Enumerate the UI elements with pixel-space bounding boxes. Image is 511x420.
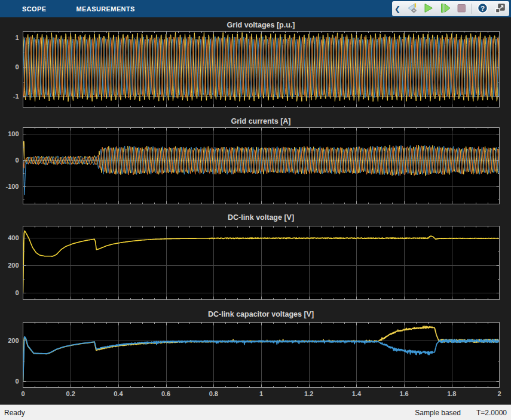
help-icon: ? xyxy=(476,2,489,16)
svg-text:-1: -1 xyxy=(13,93,19,100)
y-axis-labels: 2000 xyxy=(8,337,19,384)
svg-text:0.2: 0.2 xyxy=(66,390,75,397)
svg-text:200: 200 xyxy=(8,337,19,344)
svg-text:0: 0 xyxy=(15,63,19,70)
step-forward-icon xyxy=(439,2,451,16)
svg-text:0: 0 xyxy=(15,157,19,164)
plot-grid-currents[interactable]: 1000-100 xyxy=(0,114,511,210)
svg-text:0.4: 0.4 xyxy=(114,390,123,397)
run-icon xyxy=(422,2,434,16)
plot-dclink-voltage[interactable]: 4002000 xyxy=(0,210,511,306)
svg-text:1: 1 xyxy=(259,390,263,397)
help-button[interactable]: ? xyxy=(476,2,489,16)
svg-text:1.6: 1.6 xyxy=(399,390,408,397)
tab-scope[interactable]: SCOPE xyxy=(22,0,47,17)
svg-text:0: 0 xyxy=(21,390,25,397)
svg-text:0.8: 0.8 xyxy=(209,390,218,397)
step-forward-button[interactable] xyxy=(438,2,451,16)
toolbar: SCOPE MEASUREMENTS ❮ xyxy=(0,0,511,17)
svg-text:100: 100 xyxy=(8,130,19,137)
y-axis-labels: 10-1 xyxy=(13,34,19,100)
svg-text:1: 1 xyxy=(15,34,19,41)
tab-measurements[interactable]: MEASUREMENTS xyxy=(77,0,135,17)
svg-text:0: 0 xyxy=(15,289,19,296)
svg-text:0: 0 xyxy=(15,378,19,385)
x-axis-labels: 00.20.40.60.811.21.41.61.82 xyxy=(21,390,501,397)
stop-icon xyxy=(455,2,468,16)
svg-text:-100: -100 xyxy=(5,183,19,190)
dock-button[interactable] xyxy=(492,2,506,16)
panel-dclink-capacitor-voltages: DC-link capacitor voltages [V] 200000.20… xyxy=(0,306,511,404)
panel-grid-currents: Grid currents [A] 1000-100 xyxy=(0,114,511,210)
plot-grid-voltages[interactable]: 10-1 xyxy=(0,17,511,114)
stop-button[interactable] xyxy=(455,2,468,16)
scope-window: SCOPE MEASUREMENTS ❮ xyxy=(0,0,511,420)
status-bar: Ready Sample based T=2.0000 xyxy=(0,404,511,420)
svg-text:200: 200 xyxy=(8,262,19,269)
svg-text:2: 2 xyxy=(497,390,501,397)
dock-icon xyxy=(493,2,506,16)
panel-dclink-voltage: DC-link voltage [V] 4002000 xyxy=(0,210,511,307)
plot-dclink-capacitor-voltages[interactable]: 200000.20.40.60.811.21.41.61.82 xyxy=(0,306,511,404)
svg-text:1.8: 1.8 xyxy=(447,390,456,397)
svg-text:1.4: 1.4 xyxy=(352,390,362,397)
step-back-icon xyxy=(405,2,418,16)
run-button[interactable] xyxy=(421,2,434,16)
status-sample-mode: Sample based xyxy=(415,409,461,417)
collapse-chevron-icon[interactable]: ❮ xyxy=(394,5,400,13)
y-axis-labels: 1000-100 xyxy=(5,130,19,190)
svg-text:400: 400 xyxy=(8,234,19,241)
y-axis-labels: 4002000 xyxy=(8,234,19,296)
panel-grid-voltages: Grid voltages [p.u.] 10-1 xyxy=(0,17,511,114)
status-sim-time: T=2.0000 xyxy=(476,409,507,417)
step-back-button[interactable] xyxy=(405,2,418,16)
toolbar-actions: ❮ xyxy=(392,1,509,16)
toolbar-divider xyxy=(472,4,472,14)
status-ready: Ready xyxy=(4,409,25,417)
svg-text:1.2: 1.2 xyxy=(304,390,313,397)
svg-text:0.6: 0.6 xyxy=(161,390,170,397)
svg-text:?: ? xyxy=(480,4,484,11)
